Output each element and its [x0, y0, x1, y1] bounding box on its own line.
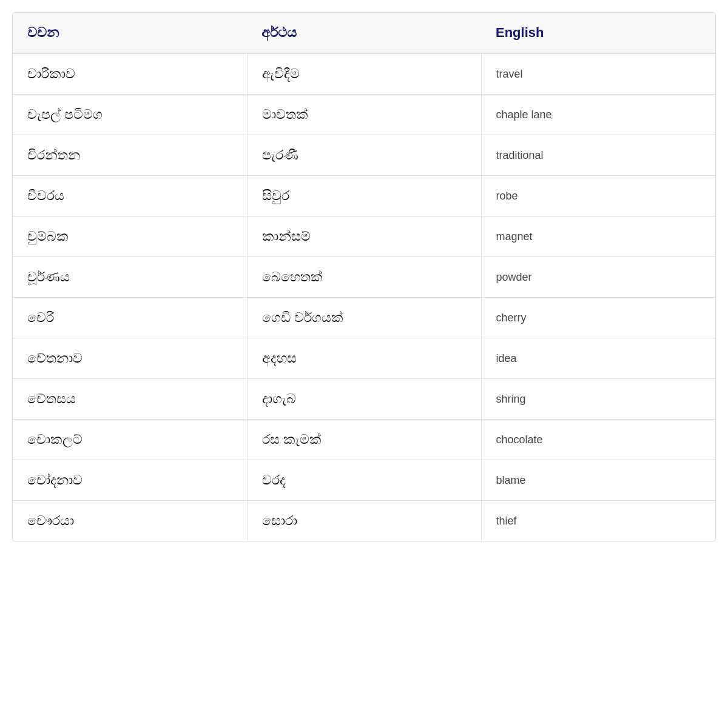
cell-english-translation: travel	[481, 53, 715, 95]
cell-sinhala-word: චේතනාව	[13, 338, 247, 379]
cell-sinhala-meaning: රස කැමක්	[247, 420, 481, 460]
table-row: චේතනාවඅදහසidea	[13, 338, 715, 379]
column-header-meaning: අර්ථය	[247, 13, 481, 53]
cell-sinhala-word: චීවරය	[13, 176, 247, 216]
cell-english-translation: thief	[481, 501, 715, 541]
table-row: චොකලට්රස කැමක්chocolate	[13, 420, 715, 460]
cell-sinhala-meaning: බෙහෙතක්	[247, 257, 481, 298]
table-row: චෝදනාවවරදblame	[13, 460, 715, 501]
table-row: චිරන්තනපැරණීtraditional	[13, 135, 715, 176]
cell-english-translation: powder	[481, 257, 715, 298]
cell-english-translation: chocolate	[481, 420, 715, 460]
cell-sinhala-word: චුම්බක	[13, 216, 247, 257]
cell-sinhala-meaning: අදහස	[247, 338, 481, 379]
cell-english-translation: magnet	[481, 216, 715, 257]
cell-sinhala-meaning: සොරා	[247, 501, 481, 541]
table-header-row: වචන අර්ථය English	[13, 13, 715, 53]
cell-english-translation: shring	[481, 379, 715, 420]
cell-sinhala-word: චෝදනාව	[13, 460, 247, 501]
table-row: චුම්බකකාන්සම්magnet	[13, 216, 715, 257]
table-row: චෙරිගෙඩි වර්ගයක්cherry	[13, 298, 715, 338]
cell-sinhala-meaning: ගෙඩි වර්ගයක්	[247, 298, 481, 338]
cell-english-translation: chaple lane	[481, 95, 715, 135]
cell-sinhala-word: චිරන්තන	[13, 135, 247, 176]
table-row: චේතසයදාගැබshring	[13, 379, 715, 420]
cell-sinhala-meaning: සිවුර	[247, 176, 481, 216]
cell-sinhala-word: චොකලට්	[13, 420, 247, 460]
cell-english-translation: traditional	[481, 135, 715, 176]
column-header-english: English	[481, 13, 715, 53]
cell-english-translation: idea	[481, 338, 715, 379]
cell-sinhala-word: චැපල් පටිමග	[13, 95, 247, 135]
cell-sinhala-word: චෙරි	[13, 298, 247, 338]
table-row: චෞරයාසොරාthief	[13, 501, 715, 541]
cell-sinhala-meaning: පැරණී	[247, 135, 481, 176]
cell-sinhala-meaning: කාන්සම්	[247, 216, 481, 257]
column-header-word: වචන	[13, 13, 247, 53]
cell-english-translation: blame	[481, 460, 715, 501]
cell-sinhala-word: චේතසය	[13, 379, 247, 420]
table-row: චාරිකාවඇවිදීමtravel	[13, 53, 715, 95]
table-row: චැපල් පටිමගමාවතක්chaple lane	[13, 95, 715, 135]
cell-sinhala-word: චෞරයා	[13, 501, 247, 541]
cell-sinhala-meaning: ඇවිදීම	[247, 53, 481, 95]
cell-sinhala-meaning: මාවතක්	[247, 95, 481, 135]
table-row: චීවරයසිවුරrobe	[13, 176, 715, 216]
dictionary-table: වචන අර්ථය English චාරිකාවඇවිදීමtravelචැප…	[12, 12, 716, 541]
cell-sinhala-meaning: දාගැබ	[247, 379, 481, 420]
cell-sinhala-word: චූර්ණය	[13, 257, 247, 298]
cell-sinhala-meaning: වරද	[247, 460, 481, 501]
cell-sinhala-word: චාරිකාව	[13, 53, 247, 95]
cell-english-translation: cherry	[481, 298, 715, 338]
table-row: චූර්ණයබෙහෙතක්powder	[13, 257, 715, 298]
cell-english-translation: robe	[481, 176, 715, 216]
